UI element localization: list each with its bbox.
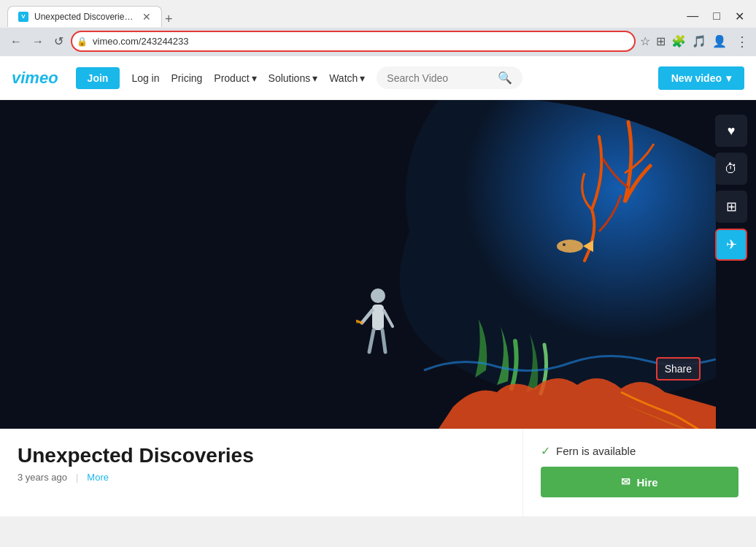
- page-content: vimeo Join Log in Pricing Product ▾ Solu…: [0, 56, 756, 516]
- vimeo-navbar: vimeo Join Log in Pricing Product ▾ Solu…: [0, 56, 756, 100]
- refresh-button[interactable]: ↺: [51, 31, 66, 51]
- new-video-chevron-icon: ▾: [726, 72, 731, 84]
- person-icon: [356, 283, 400, 370]
- solutions-menu[interactable]: Solutions ▾: [269, 72, 318, 84]
- maximize-button[interactable]: □: [709, 8, 725, 25]
- pricing-link[interactable]: Pricing: [171, 72, 203, 84]
- lock-icon: 🔒: [77, 37, 88, 47]
- browser-menu-icon[interactable]: ⋮: [736, 34, 749, 50]
- below-video: Unexpected Discoveries 3 years ago | Mor…: [0, 429, 756, 516]
- bookmark-icon[interactable]: ☆: [640, 34, 650, 48]
- search-input[interactable]: [387, 72, 492, 84]
- svg-line-10: [362, 310, 372, 323]
- puzzle-icon[interactable]: 🧩: [671, 34, 686, 48]
- new-tab-button[interactable]: +: [165, 12, 173, 27]
- profile-icon[interactable]: 👤: [712, 34, 727, 48]
- search-box[interactable]: 🔍: [377, 66, 522, 89]
- back-button[interactable]: ←: [7, 32, 25, 51]
- hire-label: Hire: [636, 476, 657, 489]
- video-info: Unexpected Discoveries 3 years ago | Mor…: [0, 429, 522, 516]
- tab-favicon: V: [18, 12, 28, 22]
- vimeo-logo: vimeo: [12, 69, 58, 88]
- like-button[interactable]: ♥: [715, 115, 747, 147]
- share-button[interactable]: ✈: [715, 229, 747, 261]
- close-button[interactable]: ✕: [730, 8, 749, 25]
- availability-status: ✓ Fern is available: [541, 444, 738, 458]
- more-link[interactable]: More: [87, 472, 109, 483]
- watch-later-button[interactable]: ⏱: [715, 153, 747, 185]
- login-link[interactable]: Log in: [131, 72, 159, 84]
- figure-scene: [356, 283, 400, 370]
- browser-tab[interactable]: V Unexpected Discoveries on Vime ✕: [7, 6, 162, 27]
- video-meta: 3 years ago | More: [18, 472, 505, 483]
- tab-title: Unexpected Discoveries on Vime: [34, 12, 136, 22]
- share-area: Share ✈: [715, 229, 747, 261]
- svg-rect-9: [372, 305, 384, 330]
- video-player[interactable]: ♥ ⏱ ⊞ Share ✈: [0, 100, 756, 429]
- creator-sidebar: ✓ Fern is available ✉ Hire: [522, 429, 756, 516]
- side-actions: ♥ ⏱ ⊞ Share ✈: [715, 115, 747, 261]
- svg-point-8: [371, 288, 385, 303]
- search-icon: 🔍: [498, 71, 512, 85]
- new-video-button[interactable]: New video ▾: [658, 66, 744, 90]
- watch-menu[interactable]: Watch ▾: [329, 72, 365, 84]
- forward-button[interactable]: →: [29, 32, 47, 51]
- hire-envelope-icon: ✉: [621, 475, 630, 489]
- minimize-button[interactable]: —: [682, 8, 703, 25]
- video-title: Unexpected Discoveries: [18, 444, 505, 467]
- join-button[interactable]: Join: [76, 67, 120, 89]
- watch-chevron-icon: ▾: [360, 72, 365, 84]
- svg-line-13: [382, 330, 385, 352]
- browser-chrome: V Unexpected Discoveries on Vime ✕ + — □…: [0, 0, 756, 56]
- separator: |: [76, 472, 78, 483]
- checkmark-icon: ✓: [541, 444, 550, 458]
- media-icon[interactable]: 🎵: [692, 34, 706, 48]
- tab-close-icon[interactable]: ✕: [142, 11, 151, 23]
- time-ago: 3 years ago: [18, 472, 67, 483]
- share-label: Share: [656, 357, 701, 380]
- add-to-button[interactable]: ⊞: [715, 191, 747, 223]
- address-bar[interactable]: [71, 31, 636, 52]
- svg-point-1: [563, 243, 566, 246]
- extensions-grid-icon[interactable]: ⊞: [656, 34, 666, 48]
- available-text: Fern is available: [556, 445, 636, 457]
- hire-button[interactable]: ✉ Hire: [541, 467, 738, 497]
- svg-point-0: [557, 240, 583, 253]
- product-chevron-icon: ▾: [252, 72, 257, 84]
- product-menu[interactable]: Product ▾: [214, 72, 256, 84]
- svg-line-12: [369, 330, 374, 352]
- solutions-chevron-icon: ▾: [312, 72, 317, 84]
- svg-line-11: [384, 310, 393, 326]
